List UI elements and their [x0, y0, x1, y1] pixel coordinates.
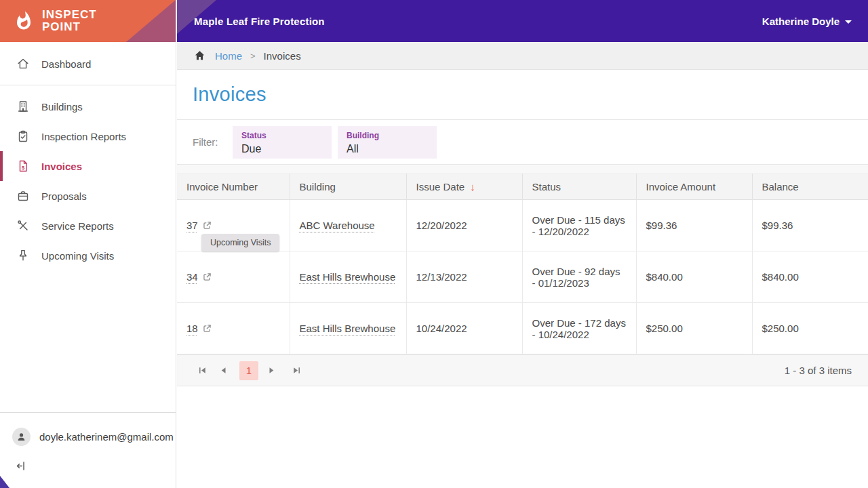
- column-header-balance[interactable]: Balance: [752, 174, 868, 200]
- invoice-amount-cell: $99.36: [636, 200, 752, 251]
- column-header-invoice-number[interactable]: Invoice Number: [177, 174, 290, 200]
- status-cell: Over Due - 172 days - 10/24/2022: [522, 303, 636, 354]
- user-menu-name: Katherine Doyle: [762, 16, 840, 27]
- first-page-icon: [198, 366, 207, 375]
- sidebar-item-invoices[interactable]: $ Invoices: [0, 151, 176, 181]
- collapse-arrow-icon: [15, 460, 28, 472]
- home-breadcrumb-icon[interactable]: [193, 49, 206, 62]
- clipboard-check-icon: [16, 129, 30, 143]
- invoice-number-link[interactable]: 18: [186, 323, 198, 334]
- sidebar-item-label: Service Reports: [41, 220, 114, 232]
- tools-icon: [16, 219, 30, 232]
- balance-cell: $250.00: [752, 303, 868, 354]
- next-page-button[interactable]: [262, 362, 280, 380]
- sidebar-nav: Dashboard Buildings Inspection Reports: [0, 42, 176, 270]
- building-cell: East Hills Brewhouse: [290, 303, 406, 354]
- status-filter-dropdown[interactable]: Status Due: [233, 126, 332, 159]
- filter-label: Filter:: [193, 136, 233, 148]
- issue-date-cell: 10/24/2022: [406, 303, 522, 354]
- building-link[interactable]: East Hills Brewhouse: [300, 323, 396, 334]
- external-link-icon[interactable]: [203, 323, 212, 334]
- building-icon: [16, 100, 30, 113]
- external-link-icon[interactable]: [203, 220, 212, 231]
- first-page-button[interactable]: [193, 362, 211, 380]
- briefcase-icon: [16, 189, 30, 203]
- current-page-button[interactable]: 1: [239, 361, 258, 380]
- user-email: doyle.katherinem@gmail.com: [39, 431, 174, 443]
- sidebar-item-label: Dashboard: [41, 58, 91, 70]
- next-page-icon: [267, 366, 276, 375]
- table-row: 37 Upcoming Visits ABC Warehouse 12/20/2…: [177, 200, 868, 251]
- home-icon: [16, 57, 30, 70]
- invoice-document-icon: $: [16, 159, 30, 173]
- section-gap: [177, 165, 868, 174]
- invoice-number-link[interactable]: 34: [186, 271, 198, 283]
- user-account-row: doyle.katherinem@gmail.com: [0, 413, 176, 446]
- invoice-number-link[interactable]: 37: [186, 220, 198, 231]
- sort-descending-icon[interactable]: ↓: [470, 181, 475, 192]
- building-link[interactable]: East Hills Brewhouse: [300, 271, 396, 283]
- invoice-amount-cell: $840.00: [636, 251, 752, 303]
- breadcrumb-current: Invoices: [264, 50, 301, 62]
- sidebar-item-dashboard[interactable]: Dashboard: [0, 49, 176, 79]
- external-link-icon[interactable]: [203, 271, 212, 283]
- balance-cell: $99.36: [752, 200, 868, 251]
- sidebar-item-upcoming-visits[interactable]: Upcoming Visits: [0, 241, 176, 270]
- sidebar-divider: [0, 85, 176, 85]
- sidebar-item-service-reports[interactable]: Service Reports: [0, 211, 176, 241]
- building-link[interactable]: ABC Warehouse: [300, 220, 375, 231]
- sidebar-item-label: Proposals: [41, 190, 87, 202]
- status-filter-value: Due: [241, 143, 323, 155]
- table-row: 18 East Hills Brewhouse 10/24/2022 Over …: [177, 303, 868, 354]
- user-menu[interactable]: Katherine Doyle: [762, 16, 852, 27]
- sidebar-item-proposals[interactable]: Proposals: [0, 181, 176, 211]
- column-header-invoice-amount[interactable]: Invoice Amount: [636, 174, 752, 200]
- app-header: Maple Leaf Fire Protection Katherine Doy…: [177, 0, 868, 42]
- invoice-amount-cell: $250.00: [636, 303, 752, 354]
- sidebar: INSPECT POINT Dashboard Buildings: [0, 0, 176, 488]
- pushpin-icon: [16, 249, 30, 262]
- issue-date-cell: 12/13/2022: [406, 251, 522, 303]
- status-filter-label: Status: [241, 131, 323, 140]
- company-name: Maple Leaf Fire Protection: [194, 16, 325, 27]
- column-header-issue-date[interactable]: Issue Date↓: [406, 174, 522, 200]
- building-cell: ABC Warehouse: [290, 200, 406, 251]
- table-row: 34 East Hills Brewhouse 12/13/2022 Over …: [177, 251, 868, 303]
- building-filter-label: Building: [347, 131, 428, 140]
- building-filter-dropdown[interactable]: Building All: [338, 126, 437, 159]
- invoice-number-cell: 37 Upcoming Visits: [177, 200, 290, 251]
- last-page-icon: [292, 366, 301, 375]
- main-area: Maple Leaf Fire Protection Katherine Doy…: [177, 0, 868, 488]
- breadcrumb-separator: >: [250, 51, 256, 61]
- logo-text: INSPECT POINT: [42, 9, 97, 34]
- person-icon: [16, 431, 27, 443]
- invoice-number-cell: 18: [177, 303, 290, 354]
- pagination-summary: 1 - 3 of 3 items: [785, 365, 852, 376]
- building-cell: East Hills Brewhouse: [290, 251, 406, 303]
- column-header-status[interactable]: Status: [522, 174, 636, 200]
- logo-corner-triangle: [126, 0, 176, 42]
- column-header-building[interactable]: Building: [290, 174, 406, 200]
- status-cell: Over Due - 92 days - 01/12/2023: [522, 251, 636, 303]
- svg-text:$: $: [22, 165, 25, 171]
- status-cell: Over Due - 115 days - 12/20/2022: [522, 200, 636, 251]
- collapse-sidebar-button[interactable]: [15, 460, 30, 473]
- sidebar-item-label: Inspection Reports: [41, 131, 126, 142]
- table-header-row: Invoice Number Building Issue Date↓ Stat…: [177, 174, 868, 200]
- balance-cell: $840.00: [752, 251, 868, 303]
- sidebar-item-buildings[interactable]: Buildings: [0, 92, 176, 121]
- inspect-point-logo: INSPECT POINT: [0, 0, 176, 42]
- sidebar-item-label: Invoices: [41, 161, 82, 172]
- breadcrumb-home-link[interactable]: Home: [215, 50, 242, 62]
- sidebar-item-label: Upcoming Visits: [41, 250, 114, 262]
- chevron-down-icon: [845, 20, 852, 24]
- previous-page-button[interactable]: [214, 362, 232, 380]
- invoice-number-cell: 34: [177, 251, 290, 303]
- sidebar-footer: doyle.katherinem@gmail.com: [0, 412, 176, 488]
- last-page-button[interactable]: [288, 362, 305, 380]
- avatar: [12, 428, 31, 446]
- previous-page-icon: [219, 366, 228, 375]
- issue-date-cell: 12/20/2022: [406, 200, 522, 251]
- filter-bar: Filter: Status Due Building All: [177, 120, 868, 165]
- sidebar-item-inspection-reports[interactable]: Inspection Reports: [0, 121, 176, 151]
